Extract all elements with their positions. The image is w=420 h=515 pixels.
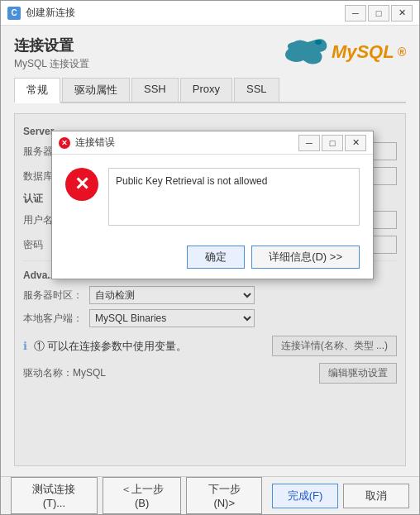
prev-button[interactable]: ＜上一步(B) (103, 477, 182, 514)
header-section: 连接设置 MySQL 连接设置 MySQL ® (14, 36, 406, 71)
tab-ssh[interactable]: SSH (131, 78, 179, 102)
header-left: 连接设置 MySQL 连接设置 (14, 36, 89, 71)
mysql-dolphin-icon (279, 36, 328, 69)
close-button[interactable]: ✕ (391, 5, 413, 21)
title-bar-left: C 创建新连接 (7, 6, 75, 20)
mysql-logo: MySQL ® (279, 36, 406, 69)
svg-point-0 (315, 40, 322, 45)
error-icon: ✕ (65, 168, 98, 201)
window-controls: ─ □ ✕ (345, 5, 413, 21)
tab-proxy[interactable]: Proxy (180, 78, 232, 102)
test-connection-button[interactable]: 测试连接(T)... (11, 477, 98, 514)
next-button[interactable]: 下一步(N)> (186, 477, 262, 514)
error-details-button[interactable]: 详细信息(D) >> (251, 246, 360, 269)
page-subtitle: MySQL 连接设置 (14, 57, 89, 71)
error-title-icon: ✕ (59, 137, 70, 149)
maximize-button[interactable]: □ (368, 5, 389, 21)
cancel-button[interactable]: 取消 (343, 484, 409, 508)
mysql-trademark: ® (398, 45, 406, 59)
error-message-area: Public Key Retrieval is not allowed (108, 168, 360, 226)
app-icon: C (7, 7, 21, 20)
tabs-bar: 常规 驱动属性 SSH Proxy SSL (14, 78, 406, 103)
error-buttons: 确定 详细信息(D) >> (52, 239, 373, 279)
window-title: 创建新连接 (26, 6, 75, 20)
tab-general[interactable]: 常规 (14, 78, 60, 103)
error-ok-button[interactable]: 确定 (187, 246, 245, 269)
dolphin-svg (279, 36, 328, 69)
error-close-button[interactable]: ✕ (345, 135, 366, 151)
error-dialog-title: 连接错误 (75, 136, 115, 150)
error-title-left: ✕ 连接错误 (59, 136, 115, 150)
tab-driver-properties[interactable]: 驱动属性 (62, 78, 130, 102)
title-bar: C 创建新连接 ─ □ ✕ (1, 1, 419, 26)
error-maximize-button[interactable]: □ (322, 135, 343, 151)
tab-ssl[interactable]: SSL (234, 78, 279, 102)
error-content: ✕ Public Key Retrieval is not allowed (52, 155, 373, 239)
error-title-bar: ✕ 连接错误 ─ □ ✕ (52, 131, 373, 155)
page-title: 连接设置 (14, 36, 89, 55)
error-dialog: ✕ 连接错误 ─ □ ✕ ✕ Public Key Retrieval is n… (51, 131, 374, 279)
mysql-text: MySQL (332, 41, 394, 63)
error-icon-container: ✕ (65, 168, 98, 201)
bottom-bar: 测试连接(T)... ＜上一步(B) 下一步(N)> 完成(F) 取消 (1, 476, 419, 514)
error-minimize-button[interactable]: ─ (298, 135, 320, 151)
minimize-button[interactable]: ─ (345, 5, 366, 21)
error-message: Public Key Retrieval is not allowed (116, 175, 267, 187)
finish-button[interactable]: 完成(F) (272, 484, 338, 508)
error-dialog-controls: ─ □ ✕ (298, 135, 366, 151)
